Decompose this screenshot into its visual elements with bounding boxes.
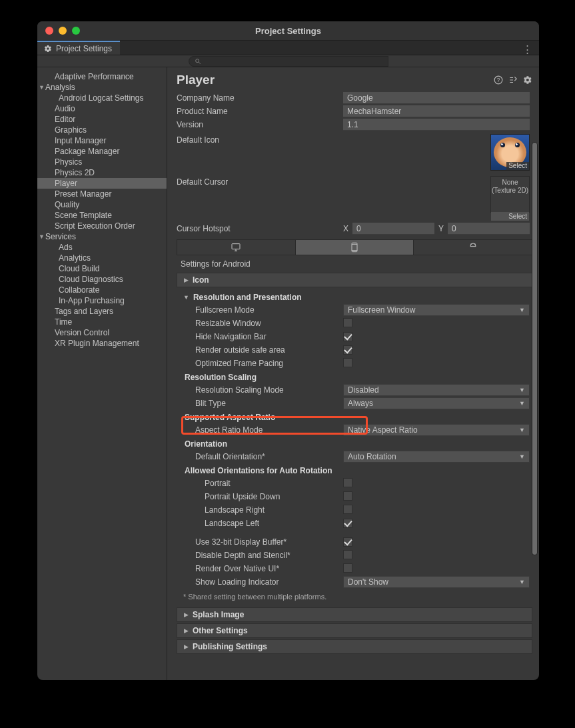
section-resolution[interactable]: ▼Resolution and Presentation [177,291,532,303]
render-outside-safe-area-checkbox[interactable] [343,345,352,355]
sidebar-item-label: Android Logcat Settings [59,93,143,103]
preset-icon[interactable] [508,75,518,85]
section-icon[interactable]: ▶Icon [177,273,532,287]
sidebar-item-editor[interactable]: Editor [37,114,167,125]
company-name-input[interactable] [343,92,530,104]
landscape-left-checkbox[interactable] [343,519,352,528]
gear-icon [44,45,52,53]
disable-depth-stencil-checkbox[interactable] [343,550,352,559]
resizable-window-checkbox[interactable] [343,318,352,327]
sidebar-item-collaborate[interactable]: Collaborate [37,285,167,295]
sidebar-item-physics-2d[interactable]: Physics 2D [37,167,167,178]
close-window-button[interactable] [45,27,53,35]
optimized-frame-pacing-checkbox[interactable] [343,358,352,367]
sidebar-item-analytics[interactable]: Analytics [37,253,167,263]
sidebar-item-xr-plugin-management[interactable]: XR Plugin Management [37,338,167,349]
sidebar-item-quality[interactable]: Quality [37,199,167,210]
sidebar-item-audio[interactable]: Audio [37,103,167,114]
label-cursor-hotspot: Cursor Hotspot [177,224,343,233]
aspect-mode-dropdown[interactable]: Native Aspect Ratio▼ [343,424,530,436]
label-company-name: Company Name [177,93,343,103]
label-landscape-right: Landscape Right [177,505,343,515]
tab-project-settings[interactable]: Project Settings [37,41,120,55]
sidebar-item-input-manager[interactable]: Input Manager [37,135,167,146]
sidebar-item-script-execution-order[interactable]: Script Execution Order [37,221,167,231]
help-icon[interactable]: ? [494,75,503,85]
sidebar-item-label: Input Manager [55,136,106,145]
sidebar-item-label: Scene Template [55,211,112,220]
sidebar-item-physics[interactable]: Physics [37,157,167,167]
sidebar-item-in-app-purchasing[interactable]: In-App Purchasing [37,295,167,306]
sidebar-item-cloud-diagnostics[interactable]: Cloud Diagnostics [37,274,167,285]
settings-icon[interactable] [523,75,532,85]
label-x: X [343,224,348,233]
sidebar-item-preset-manager[interactable]: Preset Manager [37,189,167,199]
minimize-window-button[interactable] [59,27,67,35]
sidebar-item-label: Preset Manager [55,189,111,199]
section-splash-image[interactable]: ▶Splash Image [177,607,532,622]
sidebar-item-player[interactable]: Player [37,178,167,189]
default-cursor-thumbnail[interactable]: None(Texture 2D) Select [490,176,530,213]
chevron-down-icon: ▼ [39,84,45,91]
section-other-settings[interactable]: ▶Other Settings [177,623,532,638]
sidebar-item-android-logcat-settings[interactable]: Android Logcat Settings [37,93,167,103]
loading-indicator-dropdown[interactable]: Don't Show▼ [343,576,530,588]
platform-tab-ios[interactable] [296,240,414,255]
chevron-down-icon: ▼ [39,233,45,240]
select-icon-button[interactable]: Select [506,162,529,170]
use-32bit-display-buffer-checkbox[interactable] [343,537,352,547]
label-hide-nav-bar: Hide Navigation Bar [177,332,343,341]
platform-tab-standalone[interactable] [177,240,296,255]
zoom-window-button[interactable] [72,27,80,35]
portrait-checkbox[interactable] [343,478,352,487]
hide-nav-bar-checkbox[interactable] [343,332,352,341]
platform-tabs [177,239,532,255]
select-cursor-button[interactable]: Select [491,212,529,221]
sidebar-item-scene-template[interactable]: Scene Template [37,210,167,221]
label-default-cursor: Default Cursor [177,176,343,187]
version-input[interactable] [343,119,530,131]
scaling-mode-dropdown[interactable]: Disabled▼ [343,384,530,396]
tab-overflow-menu[interactable]: ⋮ [522,43,532,55]
search-input[interactable] [189,56,388,67]
sidebar-item-adaptive-performance[interactable]: Adaptive Performance [37,71,167,82]
blit-type-dropdown[interactable]: Always▼ [343,397,530,409]
sidebar-item-tags-and-layers[interactable]: Tags and Layers [37,306,167,317]
sidebar-item-cloud-build[interactable]: Cloud Build [37,263,167,274]
section-publishing-settings[interactable]: ▶Publishing Settings [177,639,532,654]
subheader-resolution-scaling: Resolution Scaling [167,370,539,383]
chevron-right-icon: ▶ [184,277,189,283]
sidebar-item-label: Tags and Layers [55,307,113,316]
fullscreen-mode-dropdown[interactable]: Fullscreen Window▼ [343,304,530,316]
product-name-input[interactable] [343,105,530,117]
sidebar-item-label: Quality [55,200,79,209]
portrait-upside-down-checkbox[interactable] [343,491,352,501]
platform-tab-android[interactable] [414,240,532,255]
render-over-native-ui-checkbox[interactable] [343,563,352,573]
default-orientation-dropdown[interactable]: Auto Rotation▼ [343,451,530,463]
svg-point-0 [195,59,199,62]
editor-tabs-row: Project Settings ⋮ [37,41,539,55]
cursor-hotspot-y-input[interactable] [448,223,530,235]
content-vertical-scrollbar[interactable] [532,142,538,680]
landscape-right-checkbox[interactable] [343,505,352,514]
sidebar-item-label: Version Control [55,328,109,337]
svg-point-10 [471,245,472,245]
sidebar-item-label: Audio [55,104,75,113]
window-controls [45,27,80,35]
sidebar-item-graphics[interactable]: Graphics [37,125,167,135]
sidebar-item-version-control[interactable]: Version Control [37,327,167,338]
project-settings-window: Project Settings Project Settings ⋮ Adap… [37,21,539,680]
settings-sidebar: Adaptive Performance▼AnalysisAndroid Log… [37,67,167,680]
sidebar-item-time[interactable]: Time [37,317,167,327]
sidebar-item-services[interactable]: ▼Services [37,231,167,242]
sidebar-item-analysis[interactable]: ▼Analysis [37,82,167,93]
search-row [37,55,539,67]
sidebar-item-package-manager[interactable]: Package Manager [37,146,167,157]
settings-content: Player ? Company Name Product Name Versi… [167,67,539,680]
svg-text:?: ? [497,77,500,83]
monitor-icon [231,242,241,253]
cursor-hotspot-x-input[interactable] [352,223,434,235]
sidebar-item-ads[interactable]: Ads [37,242,167,253]
default-icon-thumbnail[interactable]: Select [490,134,530,171]
